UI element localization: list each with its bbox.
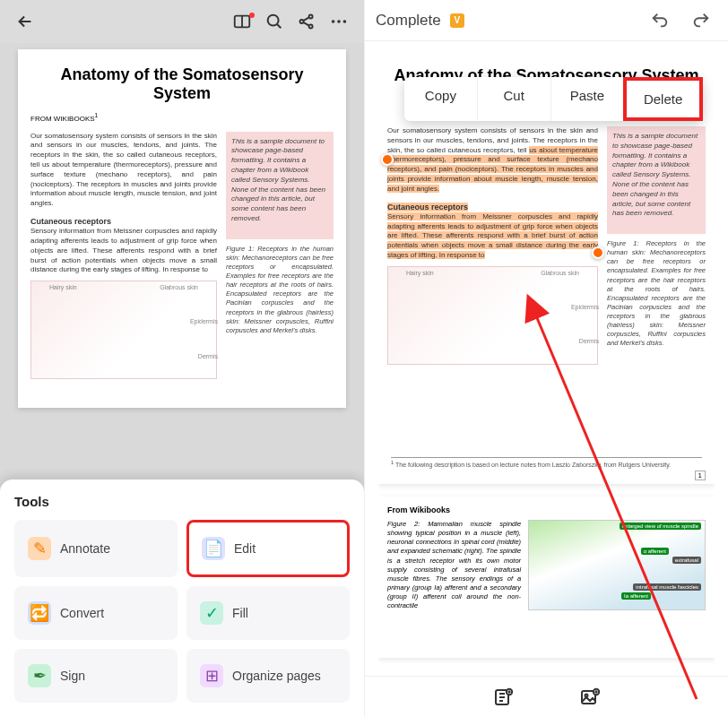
search-button[interactable]: [258, 5, 290, 38]
doc-source: FROM WIKIBOOKS: [30, 115, 95, 123]
tool-organize-pages[interactable]: ⊞ Organize pages: [186, 649, 350, 703]
page-number: 1: [695, 471, 706, 480]
convert-icon: 🔁: [28, 601, 51, 625]
notification-dot-icon: [249, 13, 255, 18]
premium-badge: V: [450, 13, 464, 28]
redo-button[interactable]: [685, 4, 717, 37]
svg-point-7: [343, 20, 347, 23]
svg-point-5: [332, 20, 335, 23]
fill-icon: ✓: [200, 601, 223, 625]
left-topbar: [0, 0, 364, 43]
selection-end-handle[interactable]: [592, 246, 604, 259]
right-topbar: Complete V: [365, 0, 728, 41]
ctx-cut[interactable]: Cut: [477, 77, 550, 121]
context-menu: Copy Cut Paste Delete: [404, 77, 703, 121]
sign-icon: ✒: [28, 664, 51, 687]
svg-point-1: [268, 15, 279, 26]
svg-point-6: [337, 20, 341, 23]
add-image-button[interactable]: [574, 681, 606, 713]
doc-sidebox: This is a sample document to showcase pa…: [226, 132, 334, 239]
tool-annotate[interactable]: ✎ Annotate: [14, 520, 178, 577]
doc-title: Anatomy of the Somatosensory System: [30, 65, 334, 103]
doc-para2: Sensory information from Meissner corpus…: [30, 227, 217, 275]
tools-heading: Tools: [14, 494, 350, 509]
tools-bottom-sheet: Tools ✎ Annotate 📄 Edit 🔁 Convert ✓ Fill…: [0, 479, 364, 717]
add-text-button[interactable]: [488, 681, 520, 713]
tool-fill[interactable]: ✓ Fill: [186, 586, 350, 640]
ctx-delete[interactable]: Delete: [623, 77, 703, 121]
doc-subhead: Cutaneous receptors: [30, 216, 217, 227]
annotate-icon: ✎: [28, 537, 51, 560]
share-button[interactable]: [290, 5, 323, 38]
doc-para1: Our somatosensory system consists of sen…: [30, 132, 217, 209]
document-page[interactable]: From Wikibooks Figure 2: Mammalian muscl…: [378, 497, 715, 658]
mode-title: Complete: [376, 12, 441, 30]
svg-point-2: [299, 20, 303, 23]
doc2-figure: enlarged view of muscle spindle α affere…: [528, 520, 706, 610]
doc2-source: From Wikibooks: [387, 505, 706, 514]
edit-icon: 📄: [202, 537, 225, 560]
tool-sign[interactable]: ✒ Sign: [14, 649, 178, 703]
undo-button[interactable]: [644, 4, 676, 37]
selected-text[interactable]: Cutaneous receptors: [387, 203, 468, 212]
ctx-paste[interactable]: Paste: [550, 77, 624, 121]
back-button[interactable]: [9, 5, 41, 38]
reader-mode-button[interactable]: [226, 5, 258, 38]
right-bottombar: [365, 676, 728, 717]
doc2-fig-caption: Figure 2: Mammalian muscle spindle showi…: [387, 520, 521, 610]
tool-edit[interactable]: 📄 Edit: [186, 520, 350, 577]
doc-figure: Hairy skin Glabrous skin Epidermis Dermi…: [30, 281, 217, 379]
more-button[interactable]: [323, 5, 355, 38]
doc-footnote: The following description is based on le…: [395, 462, 671, 468]
svg-point-4: [309, 24, 313, 28]
doc-fig-caption: Figure 1: Receptors in the human skin: M…: [226, 245, 334, 335]
ctx-copy[interactable]: Copy: [404, 77, 477, 121]
selected-text[interactable]: Sensory information from Meissner corpus…: [387, 212, 598, 259]
document-page: Anatomy of the Somatosensory System FROM…: [18, 49, 346, 408]
tool-convert[interactable]: 🔁 Convert: [14, 586, 178, 640]
svg-point-3: [309, 14, 313, 18]
doc-figure: Hairy skin Glabrous skin Epidermis Dermi…: [387, 266, 598, 365]
selection-start-handle[interactable]: [381, 153, 394, 166]
organize-icon: ⊞: [200, 664, 223, 687]
doc-fig-caption: Figure 1: Receptors in the human skin: M…: [607, 239, 706, 349]
doc-sidebox: This is a sample document to showcase pa…: [607, 126, 706, 234]
